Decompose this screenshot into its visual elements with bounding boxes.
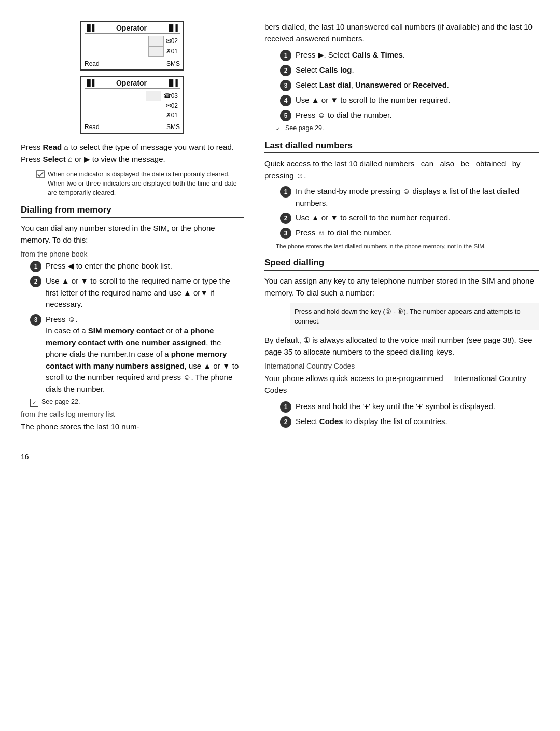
- country-step-num-2: 2: [280, 416, 291, 428]
- from-phone-book-label: from the phone book: [21, 250, 244, 258]
- step-text-3: Press ☺. In case of a SIM memory contact…: [46, 314, 244, 396]
- step-num-3: 3: [30, 314, 41, 326]
- screen2-row2: ✉02: [166, 101, 178, 110]
- country-step-text-2: Select Codes to display the list of coun…: [296, 416, 539, 428]
- phone-screen-1: ▐▌▌ Operator ▐▌▌ ✉02 ✗01 Read: [80, 21, 184, 71]
- step-text-1: Press ◀ to enter the phone book list.: [46, 260, 244, 272]
- screen1-row2: ✗01: [148, 46, 178, 57]
- last-dialled-step-num-3: 3: [280, 228, 291, 239]
- left-column: ▐▌▌ Operator ▐▌▌ ✉02 ✗01 Read: [0, 16, 254, 715]
- calls-log-step-3: 3 Select Last dial, Unanswered or Receiv…: [280, 79, 539, 91]
- last-dialled-step-1: 1 In the stand-by mode pressing ☺ displa…: [280, 186, 539, 209]
- step-num-2: 2: [30, 276, 41, 287]
- step-text-2: Use ▲ or ▼ to scroll to the required nam…: [46, 275, 244, 311]
- calls-log-continued: bers dialled, the last 10 unanswered cal…: [264, 21, 539, 45]
- operator-title-1: Operator: [96, 24, 167, 32]
- battery-icon-2: ▐▌▌: [166, 79, 180, 87]
- phone-screens: ▐▌▌ Operator ▐▌▌ ✉02 ✗01 Read: [21, 21, 244, 134]
- speed-mid-text: By default, ① is always allocated to the…: [264, 334, 539, 358]
- section-dialling-title: Dialling from memory: [21, 205, 244, 218]
- note-checkmark-icon: [36, 170, 45, 198]
- last-dialled-step-text-3: Press ☺ to dial the number.: [296, 227, 539, 239]
- calls-log-intro-left: The phone stores the last 10 num-: [21, 420, 244, 432]
- calls-log-step-1: 1 Press ▶. Select Calls & Times.: [280, 49, 539, 61]
- calls-log-step-num-4: 4: [280, 95, 291, 106]
- operator-title-2: Operator: [96, 79, 167, 87]
- screen1-row1: ✉02: [148, 36, 178, 46]
- step-num-1: 1: [30, 261, 41, 272]
- last-dialled-step-text-1: In the stand-by mode pressing ☺ displays…: [296, 186, 539, 209]
- see-page-29-text: See page 29.: [285, 124, 324, 132]
- calls-log-step-2: 2 Select Calls log.: [280, 64, 539, 76]
- screen1-content: ✉02 ✗01: [85, 36, 180, 57]
- right-column: bers dialled, the last 10 unanswered cal…: [254, 16, 560, 715]
- country-step-num-1: 1: [280, 401, 291, 413]
- intro-note-text: When one indicator is displayed the date…: [48, 170, 244, 198]
- calls-log-step-5: 5 Press ☺ to dial the number.: [280, 109, 539, 121]
- country-step-1: 1 Press and hold the '+' key until the '…: [280, 401, 539, 413]
- footer-read-1: Read: [85, 60, 100, 67]
- country-step-text-1: Press and hold the '+' key until the '+'…: [296, 401, 539, 413]
- calls-log-step-text-2: Select Calls log.: [296, 64, 539, 76]
- page-number: 16: [21, 453, 244, 461]
- country-codes-steps: 1 Press and hold the '+' key until the '…: [280, 401, 539, 428]
- see-page-22: ✓ See page 22.: [30, 398, 244, 407]
- calls-log-step-text-5: Press ☺ to dial the number.: [296, 109, 539, 121]
- battery-icon-1: ▐▌▌: [166, 24, 180, 32]
- calls-log-step-num-3: 3: [280, 80, 291, 91]
- screen2-row1: ☎03: [146, 91, 178, 101]
- country-codes-intro: Your phone allows quick access to pre-pr…: [264, 372, 539, 397]
- phone-book-steps: 1 Press ◀ to enter the phone book list. …: [30, 260, 244, 395]
- speed-intro: You can assign any key to any telephone …: [264, 275, 539, 299]
- signal-icon-2: ▐▌▌: [85, 79, 96, 87]
- phone-footer-1: Read SMS: [85, 59, 180, 67]
- calls-log-step-num-1: 1: [280, 50, 291, 61]
- country-step-2: 2 Select Codes to display the list of co…: [280, 416, 539, 428]
- last-dialled-step-num-1: 1: [280, 186, 291, 198]
- phone-header-1: ▐▌▌ Operator ▐▌▌: [85, 24, 180, 34]
- page: ▐▌▌ Operator ▐▌▌ ✉02 ✗01 Read: [0, 0, 560, 731]
- step-dialling-2: 2 Use ▲ or ▼ to scroll to the required n…: [30, 275, 244, 311]
- speed-indented-note: Press and hold down the key (① - ⑨). The…: [290, 303, 539, 330]
- calls-log-step-num-2: 2: [280, 65, 291, 76]
- screen2-icon3: ✗01: [166, 110, 178, 120]
- phone-header-2: ▐▌▌ Operator ▐▌▌: [85, 79, 180, 89]
- calls-log-step-text-3: Select Last dial, Unanswered or Received…: [296, 79, 539, 91]
- calls-log-step-num-5: 5: [280, 110, 291, 121]
- intro-paragraph: Press Read ⌂ to select the type of messa…: [21, 141, 244, 165]
- see-page-29-icon: ✓: [274, 125, 282, 133]
- screen2-icon2: ✉02: [166, 101, 178, 110]
- section-speed-title: Speed dialling: [264, 258, 539, 271]
- calls-log-step-4: 4 Use ▲ or ▼ to scroll to the number req…: [280, 94, 539, 106]
- footer-read-2: Read: [85, 123, 100, 131]
- footer-sms-1: SMS: [166, 60, 180, 67]
- last-dialled-step-2: 2 Use ▲ or ▼ to scroll to the number req…: [280, 212, 539, 224]
- calls-log-step-text-1: Press ▶. Select Calls & Times.: [296, 49, 539, 61]
- international-country-codes-label: International Country Codes: [264, 362, 539, 370]
- step-dialling-3: 3 Press ☺. In case of a SIM memory conta…: [30, 314, 244, 396]
- see-page-22-text: See page 22.: [41, 398, 80, 405]
- footer-sms-2: SMS: [166, 123, 180, 131]
- last-dialled-small-note: The phone stores the last dialled number…: [276, 242, 539, 250]
- calls-log-step-text-4: Use ▲ or ▼ to scroll to the number requi…: [296, 94, 539, 106]
- screen1-icon1: ✉02: [166, 36, 178, 46]
- screen2-row3: ✗01: [166, 110, 178, 120]
- screen1-icon2: ✗01: [166, 47, 178, 56]
- from-calls-log-label: from the calls log memory list: [21, 410, 244, 418]
- calls-log-steps: 1 Press ▶. Select Calls & Times. 2 Selec…: [280, 49, 539, 121]
- intro-note: When one indicator is displayed the date…: [36, 170, 244, 198]
- dialling-intro: You can dial any number stored in the SI…: [21, 222, 244, 246]
- last-dialled-step-num-2: 2: [280, 213, 291, 224]
- screen2-image1: [146, 91, 161, 101]
- see-page-29: ✓ See page 29.: [274, 124, 539, 133]
- phone-screen-2: ▐▌▌ Operator ▐▌▌ ☎03 ✉02 ✗01: [80, 76, 184, 134]
- last-dialled-steps: 1 In the stand-by mode pressing ☺ displa…: [280, 186, 539, 239]
- screen2-icon1: ☎03: [163, 91, 178, 101]
- last-dialled-intro: Quick access to the last 10 dialled numb…: [264, 158, 539, 182]
- last-dialled-step-3: 3 Press ☺ to dial the number.: [280, 227, 539, 239]
- signal-icon-1: ▐▌▌: [85, 24, 96, 32]
- screen2-content: ☎03 ✉02 ✗01: [85, 91, 180, 120]
- section-last-dialled-title: Last dialled numbers: [264, 140, 539, 153]
- see-note-icon: ✓: [30, 399, 38, 407]
- step-dialling-1: 1 Press ◀ to enter the phone book list.: [30, 260, 244, 272]
